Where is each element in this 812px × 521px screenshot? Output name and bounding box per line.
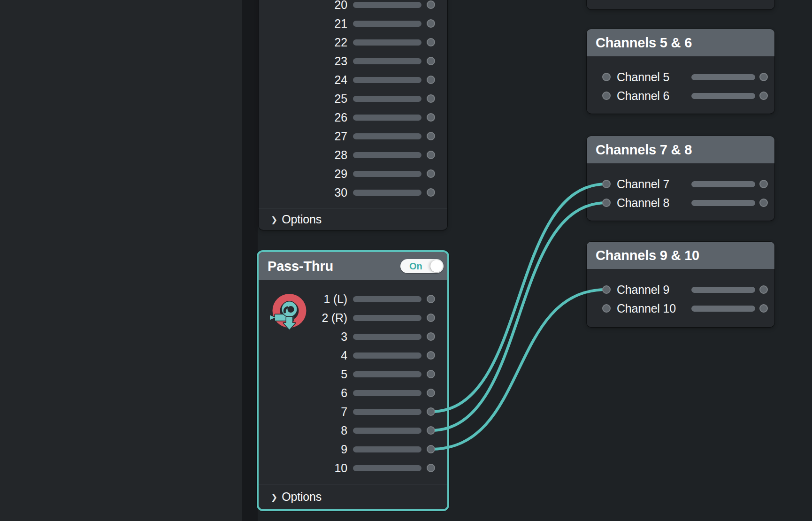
- volume-slider[interactable]: [353, 152, 421, 158]
- channel-row: 22: [259, 33, 447, 52]
- output-port[interactable]: [427, 332, 435, 341]
- channel-row: 7: [259, 402, 447, 421]
- volume-slider[interactable]: [691, 74, 755, 80]
- block-channels-7-8[interactable]: Channels 7 & 8 Channel 7 Channel 8: [587, 136, 774, 221]
- output-port[interactable]: [427, 370, 435, 378]
- block-channels-5-6[interactable]: Channels 5 & 6 Channel 5 Channel 6: [587, 29, 774, 114]
- output-port[interactable]: [759, 285, 768, 294]
- options-disclosure[interactable]: ❯ Options: [259, 484, 447, 509]
- channel-label: Channel 10: [617, 302, 691, 315]
- volume-slider[interactable]: [691, 181, 755, 187]
- channel-row: 8: [259, 421, 447, 440]
- volume-slider[interactable]: [353, 352, 421, 359]
- input-port[interactable]: [602, 199, 611, 207]
- output-port[interactable]: [427, 407, 435, 416]
- input-port[interactable]: [602, 180, 611, 188]
- volume-slider[interactable]: [353, 409, 421, 415]
- toggle-knob[interactable]: [430, 260, 443, 272]
- channel-row: 28: [259, 146, 447, 164]
- volume-slider[interactable]: [691, 200, 755, 206]
- channel-number: 23: [263, 54, 347, 68]
- output-port[interactable]: [759, 73, 768, 81]
- volume-slider[interactable]: [353, 296, 421, 302]
- output-port[interactable]: [427, 351, 435, 360]
- channel-row: 26: [259, 108, 447, 127]
- sidebar-canvas-divider: [242, 0, 258, 521]
- channel-number: 4: [263, 349, 347, 362]
- volume-slider[interactable]: [353, 21, 421, 27]
- output-port[interactable]: [427, 57, 435, 65]
- volume-slider[interactable]: [353, 171, 421, 177]
- volume-slider[interactable]: [353, 2, 421, 8]
- volume-slider[interactable]: [353, 390, 421, 396]
- output-port[interactable]: [427, 94, 435, 103]
- channel-row: 6: [259, 383, 447, 402]
- channel-row: Channel 6: [587, 86, 774, 105]
- input-port[interactable]: [602, 92, 611, 100]
- volume-slider[interactable]: [353, 115, 421, 121]
- block-partial-top-right[interactable]: [587, 0, 774, 9]
- channel-rows: Channel 9 Channel 10: [587, 269, 774, 318]
- on-off-toggle[interactable]: On: [400, 259, 444, 273]
- output-port[interactable]: [759, 92, 768, 100]
- channel-number: 6: [263, 386, 347, 400]
- block-channels-20-30[interactable]: 20 21 22 23 24 25 26 27 28 29 30 ❯ Optio…: [259, 0, 447, 230]
- channel-row: Channel 9: [587, 280, 774, 299]
- channel-row: 29: [259, 164, 447, 183]
- output-port[interactable]: [427, 113, 435, 122]
- output-port[interactable]: [427, 38, 435, 46]
- input-port[interactable]: [602, 73, 611, 81]
- channel-label: Channel 5: [617, 70, 691, 84]
- volume-slider[interactable]: [353, 58, 421, 64]
- channel-number: 10: [263, 461, 347, 475]
- channel-number: 7: [263, 405, 347, 419]
- channel-number: 27: [263, 130, 347, 143]
- output-port[interactable]: [427, 132, 435, 140]
- block-pass-thru[interactable]: Pass-Thru On 1 (L) 2 (R) 3 4 5 6 7 8 9 1…: [257, 250, 449, 511]
- volume-slider[interactable]: [691, 93, 755, 99]
- channel-rows: Channel 5 Channel 6: [587, 56, 774, 105]
- channel-number: 2 (R): [263, 311, 347, 325]
- output-port[interactable]: [427, 426, 435, 435]
- volume-slider[interactable]: [353, 334, 421, 340]
- output-port[interactable]: [427, 169, 435, 178]
- output-port[interactable]: [427, 445, 435, 453]
- channel-number: 9: [263, 443, 347, 456]
- output-port[interactable]: [427, 151, 435, 159]
- block-title: Channels 5 & 6: [596, 35, 692, 51]
- volume-slider[interactable]: [691, 306, 755, 312]
- output-port[interactable]: [427, 19, 435, 28]
- volume-slider[interactable]: [353, 133, 421, 139]
- channel-row: 23: [259, 52, 447, 70]
- channel-number: 25: [263, 92, 347, 106]
- output-port[interactable]: [759, 304, 768, 313]
- channel-number: 1 (L): [263, 292, 347, 306]
- output-port[interactable]: [427, 389, 435, 397]
- volume-slider[interactable]: [353, 465, 421, 471]
- volume-slider[interactable]: [353, 446, 421, 452]
- channel-rows: 20 21 22 23 24 25 26 27 28 29 30: [259, 0, 447, 202]
- channel-row: 21: [259, 14, 447, 33]
- volume-slider[interactable]: [353, 77, 421, 83]
- volume-slider[interactable]: [691, 287, 755, 293]
- input-port[interactable]: [602, 304, 611, 313]
- output-port[interactable]: [427, 314, 435, 322]
- output-port[interactable]: [427, 0, 435, 9]
- volume-slider[interactable]: [353, 190, 421, 196]
- volume-slider[interactable]: [353, 371, 421, 377]
- output-port[interactable]: [427, 464, 435, 472]
- volume-slider[interactable]: [353, 315, 421, 321]
- output-port[interactable]: [759, 199, 768, 207]
- volume-slider[interactable]: [353, 39, 421, 46]
- output-port[interactable]: [427, 188, 435, 197]
- volume-slider[interactable]: [353, 428, 421, 434]
- volume-slider[interactable]: [353, 96, 421, 102]
- output-port[interactable]: [427, 76, 435, 84]
- output-port[interactable]: [427, 295, 435, 303]
- channel-label: Channel 7: [617, 177, 691, 191]
- options-disclosure[interactable]: ❯ Options: [259, 208, 447, 230]
- block-channels-9-10[interactable]: Channels 9 & 10 Channel 9 Channel 10: [587, 242, 774, 327]
- input-port[interactable]: [602, 285, 611, 294]
- channel-number: 3: [263, 330, 347, 344]
- output-port[interactable]: [759, 180, 768, 188]
